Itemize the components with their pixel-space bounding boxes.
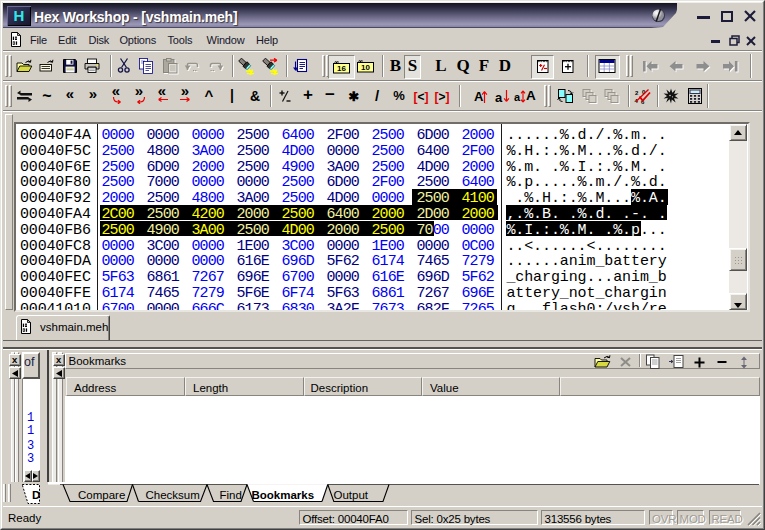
svg-text:Checksum: Checksum — [146, 489, 200, 501]
svg-text:Compare: Compare — [78, 489, 125, 501]
svg-text:Find: Find — [220, 489, 242, 501]
svg-text:Bookmarks: Bookmarks — [252, 489, 315, 501]
svg-text:Output: Output — [334, 489, 369, 501]
svg-text:D: D — [32, 489, 40, 501]
